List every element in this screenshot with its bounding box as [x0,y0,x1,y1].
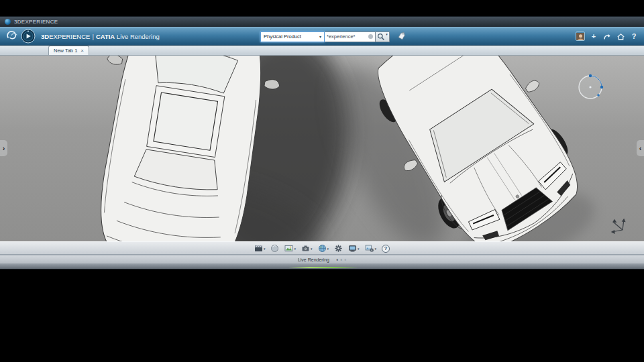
batch-render-button[interactable]: ▾ [364,243,378,254]
gear-icon [334,244,343,253]
render-settings-button[interactable] [333,243,343,254]
monitor-icon [348,244,357,253]
brand-3d: 3D [41,33,49,40]
material-sphere-button[interactable] [270,243,280,254]
chevron-down-icon: ▾ [358,247,360,251]
brand-divider: | [92,33,93,40]
app-window: 3DEXPERIENCE 3DEXPERIENCE|CATIA Live Ren… [0,17,644,269]
tab-new-tab-1[interactable]: New Tab 1 × [48,46,89,55]
close-tab-icon[interactable]: × [80,48,84,54]
help-icon: ? [382,245,390,253]
app-brand-title: 3DEXPERIENCE|CATIA Live Rendering [41,33,160,40]
add-content-button[interactable]: + [589,32,598,41]
camera-icon [301,244,310,253]
expand-left-panel-chevron[interactable]: › [0,140,7,156]
home-button[interactable] [616,32,625,41]
title-bar[interactable]: 3DEXPERIENCE [0,17,644,27]
tab-bar: New Tab 1 × [0,46,644,56]
search-scope-dropdown[interactable]: Physical Product ▾ [260,32,325,42]
status-label: Live Rendering [298,257,329,262]
chevron-down-icon: ▾ [386,32,388,36]
window-bottom-edge [0,263,644,269]
image-capture-button[interactable]: ▾ [284,243,297,254]
status-bar: Live Rendering ● ● ● [0,255,644,263]
render-media-button[interactable]: ▾ [254,243,266,254]
material-sphere-icon [270,244,279,253]
tab-label: New Tab 1 [54,48,77,54]
tags-button[interactable] [396,31,407,42]
search-button[interactable]: ▾ [376,32,390,42]
display-output-button[interactable]: ▾ [347,243,360,254]
search-query-text: *experience* [327,34,356,40]
dot[interactable]: ● [340,258,342,261]
share-arrow-icon [603,32,612,41]
question-icon: ? [632,32,637,40]
expand-right-panel-chevron[interactable]: ‹ [637,140,644,156]
brand-experience: EXPERIENCE [49,33,90,40]
help-button[interactable]: ? [629,32,639,41]
chevron-down-icon: ▾ [375,247,377,251]
action-bar: ▾ ▾ [0,241,644,255]
chevron-down-icon: ▾ [311,247,313,251]
search-bar: Physical Product ▾ *experience* ▾ [260,31,407,42]
user-avatar[interactable] [576,32,585,41]
search-scope-value: Physical Product [264,34,301,40]
chevron-down-icon: ▾ [264,247,266,251]
dot[interactable]: ● [344,258,346,261]
app-compass-icon [5,19,11,25]
header-actions: + ? [576,32,639,41]
3dcompass-button[interactable] [21,29,36,44]
3ds-logo-icon [5,29,19,43]
camera-button[interactable]: ▾ [301,243,313,254]
rendered-scene [0,56,644,241]
search-icon [377,33,385,41]
page-dots[interactable]: ● ● ● [336,258,346,261]
image-icon [284,244,293,253]
plus-icon: + [592,32,596,40]
desktop-background: 3DEXPERIENCE 3DEXPERIENCE|CATIA Live Ren… [0,0,644,362]
toolbar-help-button[interactable]: ? [381,243,390,254]
chevron-down-icon: ▾ [327,247,329,251]
progress-glow [288,267,358,268]
brand-app: CATIA [96,33,115,40]
image-gear-icon [365,244,374,253]
render-media-icon [254,244,263,253]
chevron-down-icon: ▾ [319,34,321,39]
search-input[interactable]: *experience* [325,32,376,42]
dot-active[interactable]: ● [336,258,338,261]
robot-manipulator[interactable] [579,74,603,99]
globe-icon [318,244,327,253]
brand-module: Live Rendering [117,33,160,40]
share-button[interactable] [602,32,612,41]
axis-triad-icon [612,219,625,233]
home-icon [616,32,625,41]
clear-search-icon[interactable] [368,34,373,39]
environment-button[interactable]: ▾ [317,243,330,254]
window-title: 3DEXPERIENCE [14,19,58,25]
chevron-down-icon: ▾ [294,247,296,251]
3d-viewport[interactable]: › ‹ [0,56,644,241]
main-header: 3DEXPERIENCE|CATIA Live Rendering Physic… [0,27,644,46]
tag-icon [396,32,407,42]
